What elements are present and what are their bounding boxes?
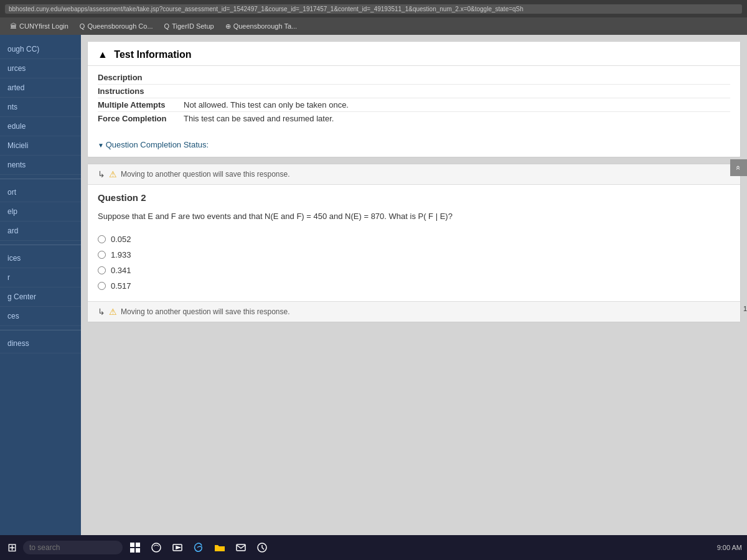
sidebar-item-ces[interactable]: ces (0, 307, 81, 326)
save-warning-top-text: Moving to another question will save thi… (121, 170, 289, 179)
question-title: Question 2 (98, 192, 730, 203)
test-info-title: Test Information (114, 49, 191, 60)
bookmark-tiger[interactable]: Q TigerID Setup (159, 21, 219, 31)
browser-bar: bbhosted.cuny.edu/webapps/assessment/tak… (0, 0, 747, 17)
taskbar-icon-cat[interactable] (148, 539, 165, 556)
bookmark-queens[interactable]: Q Queensborough Co... (75, 21, 158, 31)
sidebar-item-wellness[interactable]: diness (0, 334, 81, 353)
radio-c4[interactable] (98, 282, 106, 290)
start-button[interactable]: ⊞ (5, 538, 19, 557)
test-info-header: ▲ Test Information (88, 42, 740, 66)
attempts-value: Not allowed. This test can only be taken… (184, 100, 730, 110)
expand-icon[interactable]: ▲ (98, 49, 108, 60)
nav-panel: « (730, 159, 747, 176)
sidebar-item-port[interactable]: ort (0, 183, 81, 202)
test-info-row-instructions: Instructions (98, 85, 730, 98)
attempts-label: Multiple Attempts (98, 100, 179, 110)
warning-icon-top: ⚠ (109, 169, 117, 179)
save-warning-bottom-text: Moving to another question will save thi… (121, 307, 289, 316)
url-bar[interactable]: bbhosted.cuny.edu/webapps/assessment/tak… (5, 4, 742, 14)
description-label: Description (98, 73, 179, 82)
choice-label-3[interactable]: 0.341 (111, 266, 131, 275)
question-content: Question 2 Suppose that E and F are two … (88, 185, 740, 301)
svg-rect-2 (130, 548, 134, 553)
test-info-panel: ▲ Test Information Description Instructi… (87, 41, 741, 157)
force-label: Force Completion (98, 114, 179, 123)
bookmark-qta[interactable]: ⊕ Queensborough Ta... (220, 21, 303, 32)
sidebar-item-course-cc[interactable]: ough CC) (0, 40, 81, 59)
sidebar: ough CC) urces arted nts edule Micieli n… (0, 35, 81, 560)
sidebar-item-card[interactable]: ard (0, 222, 81, 241)
choice-label-2[interactable]: 1.933 (111, 250, 131, 259)
test-info-body: Description Instructions Multiple Attemp… (88, 66, 740, 133)
test-info-row-description: Description (98, 71, 730, 85)
taskbar-icon-clock[interactable] (253, 539, 271, 556)
taskbar-icon-film[interactable] (169, 539, 186, 556)
svg-rect-7 (237, 544, 245, 551)
sidebar-divider-3 (0, 330, 81, 330)
queens-icon: Q (80, 22, 85, 30)
question-text: Suppose that E and F are two events and … (98, 210, 730, 223)
choice-label-1[interactable]: 0.052 (111, 235, 131, 244)
description-value (184, 73, 730, 82)
instructions-value (184, 86, 730, 96)
sidebar-item-r[interactable]: r (0, 268, 81, 287)
sidebar-item-learning-center[interactable]: g Center (0, 287, 81, 307)
svg-rect-0 (130, 543, 134, 547)
svg-point-4 (152, 543, 161, 552)
qta-icon: ⊕ (225, 22, 231, 30)
warning-icon-bottom: ⚠ (109, 307, 117, 317)
sidebar-item-schedule[interactable]: edule (0, 117, 81, 136)
radio-c2[interactable] (98, 251, 106, 259)
taskbar-right: 9:00 AM (717, 544, 742, 551)
page-indicator: 1 (743, 302, 747, 314)
taskbar-time: 9:00 AM (717, 544, 742, 551)
sidebar-item-announcements[interactable]: nts (0, 98, 81, 117)
force-value: This test can be saved and resumed later… (184, 114, 730, 123)
test-info-row-attempts: Multiple Attempts Not allowed. This test… (98, 98, 730, 112)
svg-marker-6 (176, 546, 180, 549)
instructions-label: Instructions (98, 86, 179, 96)
svg-rect-1 (136, 543, 140, 547)
radio-c1[interactable] (98, 235, 106, 243)
taskbar-icon-edge[interactable] (190, 539, 207, 556)
radio-c3[interactable] (98, 266, 106, 274)
answer-choice-3[interactable]: 0.341 (98, 263, 730, 278)
question-panel: ↳ ⚠ Moving to another question will save… (87, 164, 741, 322)
sidebar-item-micieli[interactable]: Micieli (0, 136, 81, 156)
sidebar-divider-2 (0, 245, 81, 245)
answer-choice-2[interactable]: 1.933 (98, 247, 730, 263)
arrow-icon-bottom: ↳ (98, 307, 105, 317)
svg-rect-3 (136, 548, 140, 553)
content-area: ▲ Test Information Description Instructi… (81, 35, 747, 560)
taskbar-icon-folder[interactable] (211, 539, 228, 556)
save-warning-bottom: ↳ ⚠ Moving to another question will save… (88, 301, 740, 322)
sidebar-item-help[interactable]: elp (0, 202, 81, 222)
taskbar-icon-grid[interactable] (126, 539, 144, 556)
taskbar-icon-mail[interactable] (232, 539, 250, 556)
bookmark-cuny[interactable]: 🏛 CUNYfirst Login (5, 21, 73, 31)
choice-label-4[interactable]: 0.517 (111, 281, 131, 291)
sidebar-item-assignments[interactable]: nents (0, 156, 81, 175)
main-layout: ough CC) urces arted nts edule Micieli n… (0, 35, 747, 560)
nav-back-button[interactable]: « (730, 159, 747, 176)
test-info-row-force: Force Completion This test can be saved … (98, 112, 730, 125)
answer-choice-4[interactable]: 0.517 (98, 278, 730, 294)
sidebar-item-resources[interactable]: urces (0, 59, 81, 78)
bookmarks-bar: 🏛 CUNYfirst Login Q Queensborough Co... … (0, 17, 747, 35)
sidebar-item-started[interactable]: arted (0, 78, 81, 98)
cuny-icon: 🏛 (10, 22, 17, 30)
completion-status[interactable]: Question Completion Status: (98, 138, 730, 152)
save-warning-top: ↳ ⚠ Moving to another question will save… (88, 164, 740, 185)
arrow-icon-top: ↳ (98, 169, 105, 179)
answer-choice-1[interactable]: 0.052 (98, 231, 730, 247)
tiger-icon: Q (164, 22, 170, 30)
taskbar: ⊞ 9:00 AM (0, 535, 747, 560)
sidebar-item-services[interactable]: ices (0, 249, 81, 268)
taskbar-search-input[interactable] (23, 541, 123, 554)
sidebar-divider-1 (0, 179, 81, 179)
